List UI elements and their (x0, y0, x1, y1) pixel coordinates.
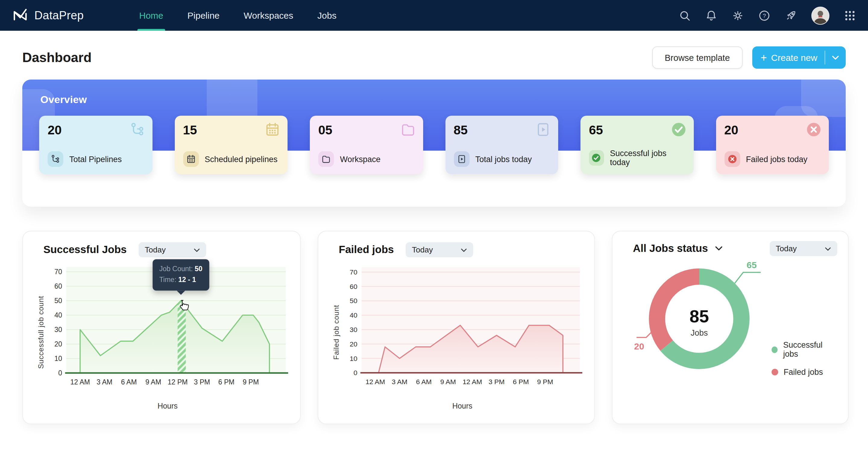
svg-text:6 PM: 6 PM (513, 378, 529, 386)
legend-item-failed: Failed jobs (772, 368, 836, 377)
top-navigation: DataPrep Home Pipeline Workspaces Jobs ? (0, 0, 868, 31)
svg-text:20: 20 (54, 340, 62, 348)
avatar[interactable] (811, 6, 830, 24)
nav-actions: ? (679, 6, 856, 24)
pipeline-icon (48, 151, 63, 167)
svg-text:6 AM: 6 AM (416, 378, 432, 386)
plus-icon: + (761, 52, 767, 63)
brand[interactable]: DataPrep (12, 6, 84, 25)
failed-jobs-head: Failed jobs Today (330, 242, 582, 257)
stat-card-total-pipelines[interactable]: 20Total Pipelines (39, 116, 152, 174)
stat-label: Failed jobs today (746, 155, 807, 164)
stat-footer: Workspace (318, 151, 414, 167)
stat-card-successful-jobs-today[interactable]: 65Successful jobs today (581, 116, 693, 174)
svg-text:50: 50 (54, 297, 62, 305)
all-jobs-status-card: All Jobs status Today 652085Jobs Success… (612, 231, 849, 424)
svg-text:6 AM: 6 AM (121, 378, 136, 386)
nav-item-pipeline[interactable]: Pipeline (187, 0, 220, 31)
stat-card-total-jobs-today[interactable]: 85Total jobs today (445, 116, 558, 174)
bell-icon[interactable] (705, 9, 717, 21)
create-new-label: Create new (771, 53, 817, 63)
stat-label: Workspace (340, 155, 381, 164)
svg-text:9 AM: 9 AM (440, 378, 456, 386)
svg-text:40: 40 (54, 311, 62, 319)
page-header: Dashboard Browse template + Create new (0, 31, 868, 69)
stat-label: Successful jobs today (610, 149, 685, 167)
svg-text:?: ? (763, 12, 766, 19)
stat-card-workspace[interactable]: 05Workspace (310, 116, 423, 174)
period-value: Today (145, 245, 165, 254)
stat-footer: Failed jobs today (724, 151, 820, 167)
nav-item-workspaces[interactable]: Workspaces (244, 0, 293, 31)
svg-text:9 AM: 9 AM (145, 378, 161, 386)
folder-icon (318, 151, 334, 167)
x-axis-label: Hours (342, 402, 582, 410)
help-icon[interactable]: ? (758, 9, 770, 21)
gear-icon[interactable] (732, 9, 744, 21)
failed-jobs-period-select[interactable]: Today (406, 242, 473, 257)
stat-card-scheduled-pipelines[interactable]: 15Scheduled pipelines (175, 116, 287, 174)
stat-label: Scheduled pipelines (205, 155, 278, 164)
svg-text:10: 10 (350, 355, 357, 363)
donut-legend: Successful jobs Failed jobs (772, 340, 836, 377)
app-root: DataPrep Home Pipeline Workspaces Jobs ? (0, 0, 868, 470)
failed-jobs-card: Failed jobs Today Failed job count 01020… (318, 231, 595, 424)
chart-title: Failed jobs (339, 244, 394, 256)
cursor-hand-icon (176, 299, 190, 315)
create-new-button[interactable]: + Create new (752, 46, 846, 69)
stat-footer: Total Pipelines (48, 151, 144, 167)
stat-label: Total jobs today (475, 155, 532, 164)
calendar-icon (183, 151, 198, 167)
svg-text:70: 70 (350, 268, 357, 276)
svg-text:12 PM: 12 PM (167, 378, 187, 386)
svg-text:9 PM: 9 PM (537, 378, 553, 386)
period-value: Today (412, 245, 433, 254)
chart-tooltip: Job Count: 50 Time: 12 - 1 (153, 259, 209, 290)
rocket-icon[interactable] (785, 9, 797, 21)
charts-row: Successful Jobs Today Successfull job co… (22, 231, 849, 424)
search-icon[interactable] (679, 9, 691, 21)
chart-title: All Jobs status (633, 242, 708, 255)
chevron-down-icon[interactable] (825, 55, 846, 60)
apps-grid-icon[interactable] (844, 9, 856, 21)
svg-text:20: 20 (634, 341, 644, 351)
svg-text:85: 85 (689, 306, 709, 326)
chart-title: Successful Jobs (43, 244, 127, 256)
nav-item-home[interactable]: Home (139, 0, 163, 31)
chevron-down-icon[interactable] (715, 246, 723, 251)
failed-jobs-chart: Failed job count 01020304050607012 AM3 A… (330, 263, 582, 401)
nav-item-jobs[interactable]: Jobs (317, 0, 336, 31)
chevron-down-icon (825, 244, 831, 253)
chevron-down-icon (461, 245, 467, 254)
stat-label: Total Pipelines (69, 155, 122, 164)
svg-text:60: 60 (350, 283, 357, 290)
successful-jobs-period-select[interactable]: Today (138, 242, 206, 257)
stat-card-row: 20Total Pipelines15Scheduled pipelines05… (39, 116, 829, 174)
play-doc-icon (454, 151, 469, 167)
x-circle-icon (724, 151, 740, 167)
period-value: Today (776, 244, 797, 253)
successful-jobs-card: Successful Jobs Today Successfull job co… (22, 231, 301, 424)
svg-text:9 PM: 9 PM (243, 378, 259, 386)
all-jobs-status-head: All Jobs status Today (624, 242, 836, 255)
check-circle-icon (671, 122, 686, 137)
stat-footer: Scheduled pipelines (183, 151, 279, 167)
svg-text:3 PM: 3 PM (194, 378, 210, 386)
svg-text:30: 30 (54, 326, 62, 334)
stat-footer: Total jobs today (454, 151, 550, 167)
svg-text:3 AM: 3 AM (97, 378, 113, 386)
brand-name: DataPrep (34, 9, 84, 22)
stat-card-failed-jobs-today[interactable]: 20Failed jobs today (716, 116, 829, 174)
dataprep-logo-icon (12, 6, 28, 25)
y-axis-label: Failed job count (330, 263, 342, 401)
svg-text:0: 0 (58, 369, 62, 377)
jobs-status-donut-chart[interactable]: 652085Jobs (633, 256, 775, 398)
failed-jobs-area-chart[interactable]: 01020304050607012 AM3 AM6 AM9 AM12 AM3 P… (342, 263, 582, 401)
all-jobs-period-select[interactable]: Today (770, 241, 837, 256)
svg-text:30: 30 (350, 326, 357, 334)
svg-text:0: 0 (353, 369, 358, 377)
legend-dot (772, 346, 778, 353)
svg-text:60: 60 (54, 282, 62, 290)
browse-template-button[interactable]: Browse template (652, 46, 743, 69)
svg-text:12 AM: 12 AM (463, 378, 482, 386)
